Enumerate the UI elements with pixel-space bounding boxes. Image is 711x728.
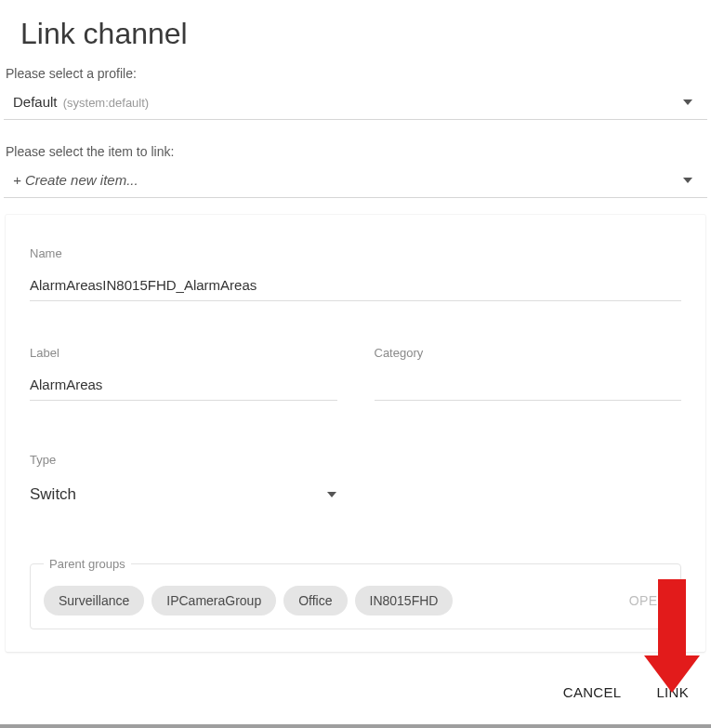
profile-selected-name: Default: [13, 94, 58, 110]
dialog-actions: CANCEL LINK: [560, 675, 692, 709]
chevron-down-icon: [683, 178, 692, 183]
page-title: Link channel: [0, 0, 711, 59]
profile-selected-detail: (system:default): [63, 96, 149, 110]
bottom-divider: [0, 724, 711, 728]
item-select[interactable]: + Create new item...: [4, 163, 707, 198]
profile-prompt: Please select a profile:: [0, 59, 711, 85]
name-label: Name: [30, 246, 681, 260]
item-select-value: + Create new item...: [13, 172, 138, 188]
item-prompt: Please select the item to link:: [0, 137, 711, 163]
cancel-button[interactable]: CANCEL: [560, 675, 625, 709]
parent-groups-fieldset[interactable]: Parent groups Surveillance IPCameraGroup…: [30, 557, 681, 629]
category-label: Category: [375, 346, 682, 360]
parent-groups-legend: Parent groups: [44, 557, 131, 571]
parent-group-chip[interactable]: IN8015FHD: [355, 586, 454, 615]
open-label: OPEN: [629, 593, 667, 608]
category-field[interactable]: [375, 371, 682, 401]
type-label: Type: [30, 453, 681, 467]
name-field[interactable]: [30, 271, 681, 301]
create-item-card: Name Label Category Type Switch Parent g…: [6, 215, 705, 652]
label-field[interactable]: [30, 371, 337, 401]
type-select[interactable]: Switch: [30, 478, 342, 512]
profile-select-value: Default (system:default): [13, 94, 149, 110]
chevron-down-icon: [683, 99, 692, 105]
parent-group-chip[interactable]: IPCameraGroup: [151, 586, 276, 615]
label-label: Label: [30, 346, 337, 360]
chevron-down-icon: [327, 492, 336, 497]
parent-group-chip[interactable]: Surveillance: [44, 586, 144, 615]
type-select-value: Switch: [30, 485, 76, 504]
profile-select[interactable]: Default (system:default): [4, 85, 707, 120]
parent-group-chip[interactable]: Office: [283, 586, 347, 615]
link-button[interactable]: LINK: [652, 675, 692, 709]
